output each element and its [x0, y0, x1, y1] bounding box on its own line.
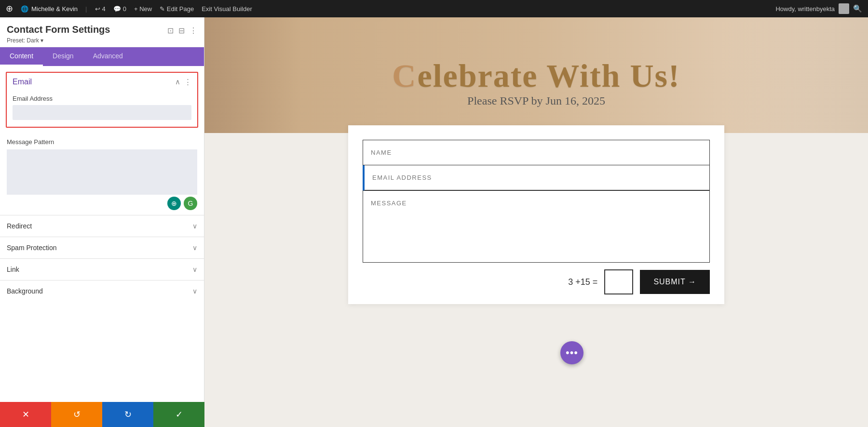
grammarly-icon[interactable]: G: [184, 197, 197, 210]
spam-protection-chevron-icon: ∨: [192, 244, 197, 252]
collapse-icon[interactable]: ∧: [175, 78, 180, 86]
captcha-input[interactable]: [604, 269, 633, 294]
canvas-background: Celebrate With Us!: [204, 17, 868, 133]
form-bottom: 3 +15 = SUBMIT →: [363, 269, 710, 294]
link-label: Link: [7, 266, 19, 273]
tab-advanced[interactable]: Advanced: [83, 47, 133, 66]
form-email-field[interactable]: [365, 165, 710, 190]
tab-content[interactable]: Content: [0, 47, 43, 66]
resize-icon[interactable]: ⊡: [167, 26, 174, 35]
chevron-down-icon: ▾: [41, 37, 43, 44]
form-email-wrapper: [363, 165, 710, 190]
undo-icon: ↺: [73, 409, 81, 420]
panel-title-block: Contact Form Settings Preset: Dark ▾: [7, 24, 110, 44]
email-address-input[interactable]: [13, 105, 191, 120]
message-pattern-textarea[interactable]: [7, 149, 197, 193]
site-icon: 🌐: [21, 5, 28, 13]
site-name[interactable]: 🌐 Michelle & Kevin: [21, 5, 78, 13]
email-section-header: Email ∧ ⋮: [7, 73, 197, 91]
email-section-body: Email Address: [7, 91, 197, 127]
redo-icon: ↻: [124, 409, 132, 420]
email-section: Email ∧ ⋮ Email Address: [6, 72, 198, 128]
captcha-equation: 3 +15 =: [568, 277, 597, 287]
panel-tabs: Content Design Advanced: [0, 47, 204, 66]
howdy-label: Howdy, writtenbyekta 🔍: [775, 3, 862, 14]
save-button[interactable]: ✓: [153, 402, 204, 427]
main-layout: Contact Form Settings Preset: Dark ▾ ⊡ ⊟…: [0, 17, 868, 427]
edit-page-button[interactable]: ✎ Edit Page: [160, 5, 194, 13]
bottom-toolbar: ✕ ↺ ↻ ✓: [0, 402, 204, 427]
wp-logo-icon[interactable]: ⊕: [6, 3, 13, 14]
heading-text: Celebrate With Us!: [392, 55, 680, 95]
panel-title: Contact Form Settings: [7, 24, 110, 35]
panel-preset-dropdown[interactable]: Preset: Dark ▾: [7, 37, 110, 44]
contact-form: 3 +15 = SUBMIT →: [348, 125, 724, 304]
spam-protection-label: Spam Protection: [7, 244, 57, 252]
undo-button[interactable]: ↺: [51, 402, 102, 427]
top-bar: ⊕ 🌐 Michelle & Kevin | ↩ 4 💬 0 + New ✎ E…: [0, 0, 868, 17]
canvas-area: Celebrate With Us! Please RSVP by Jun 16…: [204, 17, 868, 427]
message-pattern-wrapper: [7, 149, 197, 195]
background-section[interactable]: Background ∨: [0, 280, 204, 302]
email-section-title: Email: [13, 78, 32, 86]
revisions-button[interactable]: ↩ 4: [95, 5, 106, 13]
new-button[interactable]: + New: [134, 5, 152, 13]
submit-button[interactable]: SUBMIT →: [640, 270, 710, 294]
link-section[interactable]: Link ∨: [0, 258, 204, 280]
message-pattern-section: Message Pattern ⊕ G: [0, 133, 204, 215]
columns-icon[interactable]: ⊟: [178, 26, 185, 35]
more-options-icon[interactable]: ⋮: [190, 26, 197, 35]
redo-button[interactable]: ↻: [102, 402, 153, 427]
avatar: [839, 3, 849, 14]
spam-protection-section[interactable]: Spam Protection ∨: [0, 237, 204, 258]
search-icon[interactable]: 🔍: [853, 4, 862, 13]
redirect-chevron-icon: ∨: [192, 222, 197, 230]
close-button[interactable]: ✕: [0, 402, 51, 427]
background-chevron-icon: ∨: [192, 287, 197, 295]
tab-design[interactable]: Design: [43, 47, 83, 66]
form-message-field[interactable]: [363, 190, 710, 263]
comments-icon: 💬: [113, 5, 121, 13]
check-icon: ✓: [176, 409, 183, 420]
close-icon: ✕: [22, 409, 29, 420]
dynamic-content-icon[interactable]: ⊕: [167, 197, 181, 210]
panel-icons: ⊡ ⊟ ⋮: [167, 26, 197, 35]
left-panel: Contact Form Settings Preset: Dark ▾ ⊡ ⊟…: [0, 17, 204, 427]
panel-content: Email ∧ ⋮ Email Address Message Pattern: [0, 66, 204, 427]
person-right-silhouette: [723, 17, 868, 133]
email-more-icon[interactable]: ⋮: [184, 78, 191, 86]
rsvp-text: Please RSVP by Jun 16, 2025: [467, 94, 605, 107]
floating-dots-button[interactable]: •••: [560, 341, 583, 364]
background-label: Background: [7, 287, 43, 295]
form-name-field[interactable]: [363, 140, 710, 165]
redirect-label: Redirect: [7, 222, 32, 230]
revisions-icon: ↩: [95, 5, 100, 13]
comments-button[interactable]: 💬 0: [113, 5, 126, 13]
person-left-silhouette: [204, 17, 301, 133]
email-section-icons: ∧ ⋮: [175, 78, 191, 86]
panel-header: Contact Form Settings Preset: Dark ▾ ⊡ ⊟…: [0, 17, 204, 47]
link-chevron-icon: ∨: [192, 266, 197, 273]
exit-visual-builder-button[interactable]: Exit Visual Builder: [202, 5, 252, 13]
email-address-label: Email Address: [13, 95, 191, 102]
message-pattern-label: Message Pattern: [7, 138, 197, 146]
redirect-section[interactable]: Redirect ∨: [0, 215, 204, 237]
message-pattern-icons: ⊕ G: [7, 197, 197, 210]
